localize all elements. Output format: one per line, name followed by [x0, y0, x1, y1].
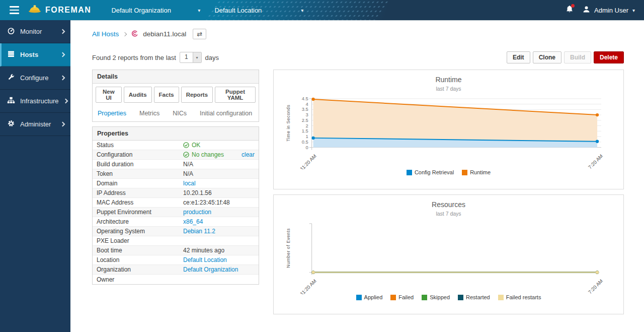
- legend-label: Failed restarts: [506, 294, 541, 300]
- property-label: Owner: [93, 275, 179, 284]
- property-label: Boot time: [93, 246, 179, 255]
- chart-subtitle: last 7 days: [281, 211, 616, 217]
- property-row-pxe-loader: PXE Loader: [93, 236, 259, 246]
- audits-button[interactable]: Audits: [124, 87, 152, 103]
- ui-switcher-button[interactable]: ⇄: [193, 29, 206, 39]
- sitemap-icon: [7, 96, 15, 106]
- properties-table: StatusOKConfigurationNo changesclearBuil…: [93, 141, 259, 284]
- property-row-organization: OrganizationDefault Organization: [93, 265, 259, 275]
- chevron-down-icon: ▾: [193, 52, 201, 62]
- legend-item-applied[interactable]: Applied: [356, 294, 383, 300]
- property-value-link[interactable]: Default Organization: [183, 266, 238, 273]
- details-buttons: New UIAuditsFactsReportsPuppet YAML: [93, 84, 259, 106]
- check-circle-icon: [183, 152, 189, 158]
- legend-item-config-retrieval[interactable]: Config Retrieval: [407, 169, 454, 175]
- user-menu[interactable]: Admin User ▾: [583, 6, 635, 15]
- details-panel: Details New UIAuditsFactsReportsPuppet Y…: [92, 70, 259, 122]
- sidebar-item-infrastructure[interactable]: Infrastructure: [0, 90, 70, 113]
- property-value: Debian 11.2: [179, 227, 259, 236]
- property-row-boot-time: Boot time42 minutes ago: [93, 246, 259, 255]
- host-title: debian11.local: [143, 30, 186, 38]
- edit-button[interactable]: Edit: [507, 51, 530, 63]
- days-select[interactable]: 1 ▾: [180, 52, 202, 63]
- sidebar-nav: MonitorHostsConfigureInfrastructureAdmin…: [0, 20, 70, 332]
- organization-selector[interactable]: Default Organization ▾: [104, 0, 207, 20]
- sidebar-item-configure[interactable]: Configure: [0, 67, 70, 90]
- sidebar-item-monitor[interactable]: Monitor: [0, 20, 70, 43]
- legend-item-runtime[interactable]: Runtime: [462, 169, 491, 175]
- property-row-operating-system: Operating SystemDebian 11.2: [93, 227, 259, 236]
- main-content: All Hosts debian11.local ⇄ Found 2 repor…: [70, 20, 644, 332]
- svg-text:Time in Seconds: Time in Seconds: [286, 105, 291, 142]
- facts-button[interactable]: Facts: [154, 87, 179, 103]
- legend-swatch: [462, 170, 467, 175]
- days-select-value: 1: [180, 52, 193, 62]
- tab-initial-configuration[interactable]: Initial configuration: [200, 110, 252, 117]
- property-value: local: [179, 179, 259, 188]
- tab-metrics[interactable]: Metrics: [139, 110, 159, 117]
- clear-link[interactable]: clear: [242, 151, 255, 158]
- legend-swatch: [390, 295, 396, 300]
- runtime-chart-canvas: 00.511.522.533.544.5Time in Seconds11/25…: [281, 94, 616, 169]
- property-row-architecture: Architecturex86_64: [93, 217, 259, 227]
- notifications-bell-icon[interactable]: [566, 5, 574, 16]
- gear-icon: [7, 119, 15, 129]
- property-label: MAC Address: [93, 198, 179, 207]
- reports-count-text: Found 2 reports from the last: [92, 54, 176, 61]
- server-icon: [7, 50, 15, 59]
- reports-button[interactable]: Reports: [181, 87, 213, 103]
- foreman-hardhat-logo-icon: [28, 4, 41, 16]
- property-value-link[interactable]: Debian 11.2: [183, 228, 215, 235]
- property-label: Operating System: [93, 227, 179, 236]
- legend-label: Failed: [398, 294, 414, 300]
- property-label: Location: [93, 255, 179, 264]
- sidebar-item-label: Configure: [20, 74, 56, 82]
- chevron-right-icon: [60, 29, 65, 34]
- property-value: N/A: [179, 160, 259, 169]
- chart-subtitle: last 7 days: [281, 86, 616, 92]
- legend-item-skipped[interactable]: Skipped: [422, 294, 450, 300]
- build-button: Build: [564, 51, 591, 63]
- svg-text:3: 3: [305, 112, 308, 117]
- clone-button[interactable]: Clone: [533, 51, 561, 63]
- property-value-link[interactable]: production: [183, 209, 211, 216]
- brand-name: FOREMAN: [45, 6, 91, 15]
- location-selector[interactable]: Default Location ▾: [207, 0, 310, 20]
- svg-text:Number of Events: Number of Events: [286, 228, 291, 268]
- tab-properties[interactable]: Properties: [98, 110, 126, 117]
- property-value-link[interactable]: local: [183, 180, 196, 187]
- property-row-configuration: ConfigurationNo changesclear: [93, 150, 259, 160]
- chevron-right-icon: [60, 76, 65, 81]
- svg-text:1.5: 1.5: [302, 128, 308, 134]
- property-value-link[interactable]: Default Location: [183, 256, 227, 263]
- breadcrumb-all-hosts-link[interactable]: All Hosts: [92, 30, 119, 38]
- runtime-chart-legend: Config RetrievalRuntime: [281, 169, 616, 175]
- organization-selector-label: Default Organization: [111, 7, 171, 14]
- property-value-link[interactable]: x86_64: [183, 218, 203, 225]
- resources-chart-panel: Resourceslast 7 daysNumber of Events11/2…: [273, 194, 624, 314]
- property-row-token: TokenN/A: [93, 169, 259, 179]
- tab-nics[interactable]: NICs: [173, 110, 187, 117]
- sidebar-item-hosts[interactable]: Hosts: [0, 43, 70, 67]
- legend-label: Restarted: [466, 294, 490, 300]
- property-value: x86_64: [179, 217, 259, 226]
- chevron-down-icon: ▾: [198, 8, 200, 13]
- legend-item-restarted[interactable]: Restarted: [458, 294, 490, 300]
- details-tabs: PropertiesMetricsNICsInitial configurati…: [93, 106, 259, 121]
- foreman-brand[interactable]: FOREMAN: [28, 4, 91, 16]
- notification-badge: [571, 4, 575, 8]
- puppet-yaml-button[interactable]: Puppet YAML: [215, 87, 256, 103]
- delete-button[interactable]: Delete: [594, 51, 624, 63]
- property-label: Puppet Environment: [93, 208, 179, 217]
- property-row-owner: Owner: [93, 275, 259, 284]
- legend-swatch: [407, 170, 412, 175]
- legend-item-failed-restarts[interactable]: Failed restarts: [498, 294, 541, 300]
- property-row-domain: Domainlocal: [93, 179, 259, 188]
- property-value: N/A: [179, 169, 259, 178]
- hamburger-menu-icon[interactable]: [0, 6, 28, 14]
- property-label: Build duration: [93, 160, 179, 169]
- property-value: ce:e1:23:45:1f:48: [179, 198, 259, 207]
- sidebar-item-administer[interactable]: Administer: [0, 113, 70, 136]
- legend-item-failed[interactable]: Failed: [390, 294, 414, 300]
- new-ui-button[interactable]: New UI: [96, 87, 122, 103]
